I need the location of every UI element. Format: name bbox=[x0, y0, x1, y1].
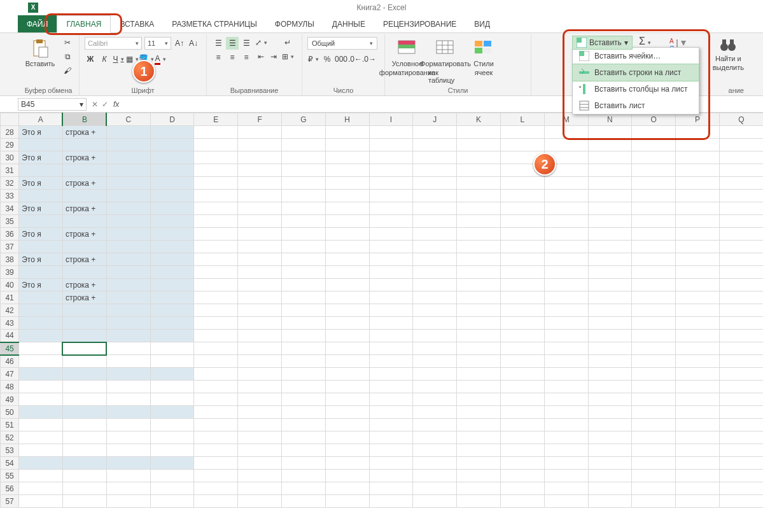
cell[interactable] bbox=[544, 457, 588, 470]
cell[interactable] bbox=[106, 291, 150, 304]
cell[interactable]: Это я bbox=[19, 177, 63, 190]
row-header[interactable]: 47 bbox=[1, 368, 19, 381]
cell[interactable] bbox=[719, 393, 763, 406]
menu-insert-cells[interactable]: Вставить ячейки… bbox=[573, 48, 699, 64]
cell[interactable] bbox=[238, 393, 282, 406]
cell[interactable] bbox=[500, 470, 544, 482]
cell[interactable] bbox=[588, 202, 632, 215]
cell[interactable] bbox=[457, 368, 501, 381]
cell[interactable] bbox=[325, 330, 369, 342]
cell[interactable] bbox=[106, 177, 150, 190]
cell[interactable] bbox=[676, 241, 720, 253]
cell[interactable] bbox=[19, 164, 63, 177]
cell[interactable] bbox=[369, 431, 413, 444]
cell[interactable] bbox=[719, 330, 763, 342]
tab-home[interactable]: ГЛАВНАЯ bbox=[57, 15, 111, 33]
cell[interactable] bbox=[194, 190, 238, 202]
cell[interactable] bbox=[413, 355, 457, 368]
cell[interactable] bbox=[413, 164, 457, 177]
cell[interactable] bbox=[500, 419, 544, 431]
format-painter-button[interactable]: 🖌 bbox=[61, 65, 74, 76]
cell[interactable] bbox=[544, 215, 588, 228]
cell[interactable] bbox=[632, 279, 676, 291]
cell[interactable] bbox=[194, 241, 238, 253]
conditional-formatting-button[interactable]: Условное форматирование bbox=[390, 37, 424, 76]
cell[interactable] bbox=[106, 368, 150, 381]
cell[interactable] bbox=[238, 330, 282, 342]
cell[interactable] bbox=[194, 151, 238, 164]
cell[interactable] bbox=[719, 381, 763, 393]
cell[interactable] bbox=[719, 457, 763, 470]
cell[interactable] bbox=[150, 190, 194, 202]
cell[interactable] bbox=[413, 381, 457, 393]
cell[interactable] bbox=[325, 177, 369, 190]
cell[interactable] bbox=[194, 253, 238, 266]
cell[interactable] bbox=[676, 228, 720, 241]
cell[interactable] bbox=[457, 304, 501, 317]
cell[interactable] bbox=[544, 355, 588, 368]
cell[interactable] bbox=[457, 190, 501, 202]
cell[interactable] bbox=[719, 304, 763, 317]
row-header[interactable]: 57 bbox=[1, 495, 19, 508]
cell[interactable] bbox=[500, 253, 544, 266]
cell[interactable] bbox=[369, 406, 413, 419]
cell[interactable] bbox=[106, 228, 150, 241]
cell[interactable] bbox=[413, 457, 457, 470]
cell[interactable] bbox=[413, 253, 457, 266]
col-header[interactable]: I bbox=[369, 113, 413, 126]
cell[interactable] bbox=[588, 253, 632, 266]
cell[interactable] bbox=[588, 393, 632, 406]
orientation-button[interactable]: ⤢ bbox=[255, 37, 267, 48]
cell[interactable] bbox=[676, 457, 720, 470]
cell[interactable] bbox=[457, 177, 501, 190]
cell[interactable] bbox=[325, 190, 369, 202]
cell[interactable] bbox=[369, 419, 413, 431]
cell[interactable] bbox=[238, 241, 282, 253]
cell[interactable] bbox=[281, 495, 325, 508]
cell[interactable] bbox=[19, 355, 63, 368]
cell[interactable] bbox=[281, 279, 325, 291]
decrease-font-button[interactable]: A↓ bbox=[188, 38, 199, 49]
cell[interactable] bbox=[325, 139, 369, 151]
cell[interactable] bbox=[632, 368, 676, 381]
cell[interactable] bbox=[676, 368, 720, 381]
cell[interactable] bbox=[457, 279, 501, 291]
cell[interactable] bbox=[413, 342, 457, 355]
cell[interactable] bbox=[238, 190, 282, 202]
cell[interactable] bbox=[150, 164, 194, 177]
cell[interactable] bbox=[325, 266, 369, 279]
cell[interactable] bbox=[544, 342, 588, 355]
cell[interactable] bbox=[150, 253, 194, 266]
cell[interactable] bbox=[500, 317, 544, 330]
cell[interactable] bbox=[719, 406, 763, 419]
cell[interactable] bbox=[632, 482, 676, 495]
cell[interactable] bbox=[62, 241, 106, 253]
cell[interactable] bbox=[150, 202, 194, 215]
cell[interactable] bbox=[544, 406, 588, 419]
cell[interactable] bbox=[457, 470, 501, 482]
cell[interactable] bbox=[19, 368, 63, 381]
cell[interactable] bbox=[325, 470, 369, 482]
cell[interactable] bbox=[369, 317, 413, 330]
col-header[interactable]: F bbox=[238, 113, 282, 126]
cell[interactable] bbox=[413, 139, 457, 151]
cell[interactable] bbox=[676, 431, 720, 444]
cell[interactable] bbox=[500, 368, 544, 381]
cell[interactable] bbox=[194, 202, 238, 215]
cell[interactable] bbox=[62, 330, 106, 342]
cell[interactable] bbox=[719, 253, 763, 266]
cell[interactable] bbox=[632, 241, 676, 253]
italic-button[interactable]: К bbox=[99, 53, 110, 65]
cell[interactable] bbox=[281, 470, 325, 482]
cell[interactable] bbox=[632, 342, 676, 355]
cell[interactable] bbox=[369, 139, 413, 151]
cell[interactable] bbox=[194, 164, 238, 177]
cell[interactable] bbox=[106, 151, 150, 164]
col-header[interactable]: E bbox=[194, 113, 238, 126]
cell[interactable] bbox=[106, 317, 150, 330]
cell[interactable] bbox=[238, 291, 282, 304]
cell-styles-button[interactable]: Стили ячеек bbox=[466, 37, 501, 76]
align-middle-button[interactable]: ☰ bbox=[226, 37, 239, 50]
cell[interactable] bbox=[588, 470, 632, 482]
cell[interactable] bbox=[281, 164, 325, 177]
